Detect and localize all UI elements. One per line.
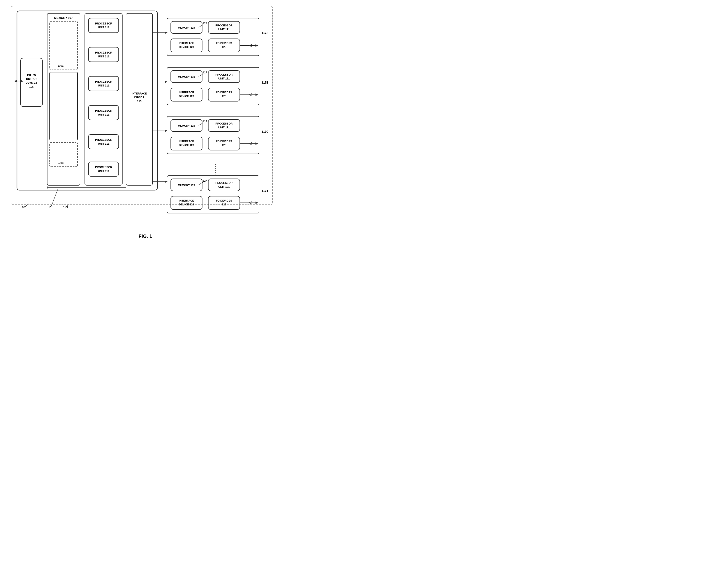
svg-rect-21 <box>88 47 119 62</box>
svg-text:DEVICE 123: DEVICE 123 <box>179 46 194 48</box>
svg-rect-67 <box>167 67 259 105</box>
svg-text:INTERFACE: INTERFACE <box>179 42 194 45</box>
svg-rect-30 <box>88 134 119 149</box>
svg-text:INTERFACE: INTERFACE <box>179 140 194 143</box>
svg-rect-10 <box>47 13 80 185</box>
svg-marker-82 <box>256 94 258 96</box>
svg-text:MEMORY 119: MEMORY 119 <box>178 184 195 186</box>
svg-text:PROCESSOR: PROCESSOR <box>215 122 233 125</box>
svg-text:INTERFACE: INTERFACE <box>132 92 147 95</box>
svg-text:DEVICE 123: DEVICE 123 <box>179 144 194 147</box>
svg-marker-4 <box>14 80 17 82</box>
svg-text:INTERFACE: INTERFACE <box>179 91 194 94</box>
svg-rect-14 <box>50 72 78 140</box>
svg-text:127: 127 <box>203 22 207 25</box>
svg-text:UNIT 111: UNIT 111 <box>98 142 109 145</box>
svg-text:UNIT 111: UNIT 111 <box>98 26 109 29</box>
svg-text:PROCESSOR: PROCESSOR <box>95 138 112 141</box>
svg-text:UNIT 121: UNIT 121 <box>218 77 230 80</box>
svg-text:105: 105 <box>29 85 34 88</box>
svg-text:117B: 117B <box>262 81 268 84</box>
svg-text:UNIT 111: UNIT 111 <box>98 113 109 116</box>
svg-text:PROCESSOR: PROCESSOR <box>215 181 233 184</box>
svg-text:I/O DEVICES: I/O DEVICES <box>216 42 232 45</box>
svg-text:PROCESSOR: PROCESSOR <box>215 73 233 76</box>
svg-text:UNIT 121: UNIT 121 <box>218 126 230 129</box>
svg-marker-5 <box>21 80 24 82</box>
svg-text:127: 127 <box>203 179 207 182</box>
svg-text:127: 127 <box>203 71 207 74</box>
svg-rect-0 <box>11 6 272 205</box>
svg-rect-70 <box>208 71 240 83</box>
svg-rect-12 <box>50 21 78 70</box>
svg-rect-18 <box>88 18 119 33</box>
figure-caption: FIG. 1 <box>138 233 152 239</box>
svg-text:I/O DEVICES: I/O DEVICES <box>216 140 232 143</box>
svg-text:MEMORY 119: MEMORY 119 <box>178 124 195 127</box>
svg-text:UNIT 121: UNIT 121 <box>218 185 230 188</box>
svg-text:125: 125 <box>222 95 226 98</box>
svg-rect-52 <box>208 21 240 33</box>
svg-text:DEVICES: DEVICES <box>26 81 37 84</box>
svg-rect-106 <box>208 179 240 191</box>
svg-marker-118 <box>256 202 258 204</box>
svg-text:DEVICE: DEVICE <box>134 96 144 99</box>
svg-text:MEMORY 107: MEMORY 107 <box>54 16 73 20</box>
svg-marker-100 <box>256 143 258 145</box>
svg-text:OUTPUT: OUTPUT <box>26 77 37 80</box>
svg-text:PROCESSOR: PROCESSOR <box>215 24 233 27</box>
svg-text:UNIT 121: UNIT 121 <box>218 28 230 31</box>
svg-text:PROCESSOR: PROCESSOR <box>95 51 112 54</box>
svg-text:INTERFACE: INTERFACE <box>179 199 194 202</box>
svg-rect-36 <box>126 13 153 185</box>
svg-text:MEMORY 119: MEMORY 119 <box>178 26 195 29</box>
svg-text:DEVICE 123: DEVICE 123 <box>179 203 194 206</box>
svg-text:113: 113 <box>137 100 141 103</box>
svg-rect-17 <box>85 13 122 185</box>
svg-text:PROCESSOR: PROCESSOR <box>95 22 112 25</box>
svg-text:UNIT 111: UNIT 111 <box>98 84 109 87</box>
svg-text:UNIT 111: UNIT 111 <box>98 55 109 58</box>
svg-text:125: 125 <box>222 203 226 206</box>
svg-text:PROCESSOR: PROCESSOR <box>95 109 112 112</box>
svg-text:109B: 109B <box>57 161 64 164</box>
svg-text:125: 125 <box>222 144 226 147</box>
svg-text:PROCESSOR: PROCESSOR <box>95 166 112 169</box>
svg-text:117C: 117C <box>262 130 268 133</box>
svg-text:117A: 117A <box>262 31 268 35</box>
svg-rect-24 <box>88 76 119 91</box>
svg-text:UNIT 111: UNIT 111 <box>98 170 109 173</box>
svg-marker-64 <box>256 44 258 47</box>
svg-rect-49 <box>167 18 259 56</box>
svg-text:127: 127 <box>203 120 207 123</box>
svg-rect-85 <box>167 116 259 154</box>
svg-text:INPUT/: INPUT/ <box>27 74 36 77</box>
svg-rect-1 <box>17 11 157 190</box>
svg-text:PROCESSOR: PROCESSOR <box>95 80 112 83</box>
svg-rect-27 <box>88 105 119 120</box>
svg-text:109a: 109a <box>58 64 64 67</box>
svg-rect-33 <box>88 162 119 176</box>
svg-rect-103 <box>167 176 259 213</box>
svg-text:117x: 117x <box>262 189 268 193</box>
svg-text:125: 125 <box>222 46 226 48</box>
svg-text:I/O DEVICES: I/O DEVICES <box>216 199 232 202</box>
svg-text:I/O DEVICES: I/O DEVICES <box>216 91 232 94</box>
svg-rect-88 <box>208 120 240 131</box>
svg-text:DEVICE 123: DEVICE 123 <box>179 95 194 98</box>
system-diagram: INPUT/ OUTPUT DEVICES 105 MEMORY 107 109… <box>10 5 281 223</box>
svg-text:MEMORY 119: MEMORY 119 <box>178 75 195 78</box>
diagram-container: INPUT/ OUTPUT DEVICES 105 MEMORY 107 109… <box>10 5 281 224</box>
